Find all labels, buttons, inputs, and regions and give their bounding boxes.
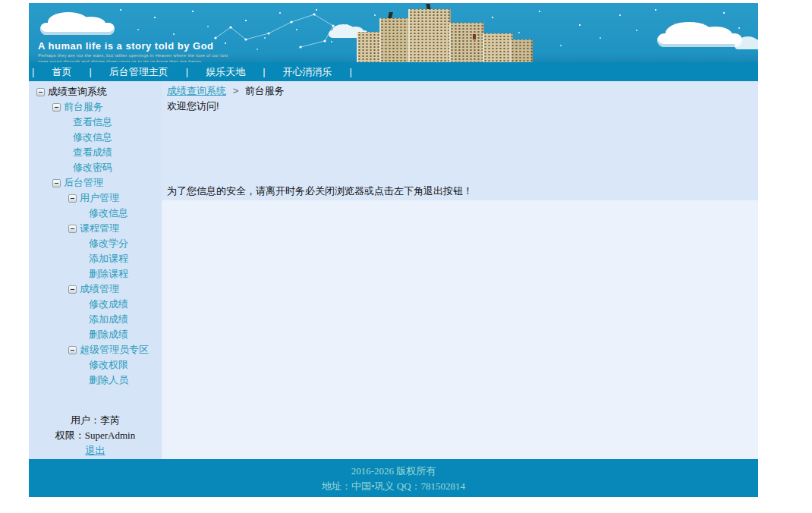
tree-item-label[interactable]: 修改信息 xyxy=(73,130,112,145)
building xyxy=(483,33,513,62)
tree-collapse-icon[interactable] xyxy=(68,285,77,294)
tree-collapse-icon[interactable] xyxy=(68,225,77,233)
breadcrumb-link-home[interactable]: 成绩查询系统 xyxy=(167,85,226,96)
tree-collapse-icon[interactable] xyxy=(36,88,45,96)
nav-separator: | xyxy=(350,66,352,77)
figure-silhouette xyxy=(388,12,393,18)
banner-slogan: A human life is a story told by God Perh… xyxy=(38,41,228,62)
main-content-top: 成绩查询系统 > 前台服务 欢迎您访问! 为了您信息的安全，请离开时务必关闭浏览… xyxy=(162,81,758,200)
welcome-message: 欢迎您访问! xyxy=(167,99,219,113)
tree-item-4[interactable]: 查看成绩 xyxy=(29,145,162,160)
copyright-line: 2016-2026 版权所有 xyxy=(29,464,758,479)
tree-item-13[interactable]: 成绩管理 xyxy=(29,282,162,297)
nav-item-2[interactable]: 娱乐天地 xyxy=(206,65,245,79)
tree-item-9[interactable]: 课程管理 xyxy=(29,221,162,236)
slogan-subtitle-line2: ones pours through and shines down upon … xyxy=(38,59,228,62)
main-content: 成绩查询系统 > 前台服务 欢迎您访问! 为了您信息的安全，请离开时务必关闭浏览… xyxy=(162,81,758,459)
tree-collapse-icon[interactable] xyxy=(68,194,77,203)
slogan-subtitle-line1: Perhaps they are not the stars, but rath… xyxy=(38,53,228,58)
tree-item-16[interactable]: 删除成绩 xyxy=(29,327,162,342)
sidebar: 成绩查询系统前台服务查看信息修改信息查看成绩修改密码后台管理用户管理修改信息课程… xyxy=(29,81,162,459)
tree-item-5[interactable]: 修改密码 xyxy=(29,160,162,175)
tree-item-label[interactable]: 修改学分 xyxy=(89,236,128,251)
tree-item-label[interactable]: 添加课程 xyxy=(89,251,128,266)
tree-item-1[interactable]: 前台服务 xyxy=(29,99,162,115)
permission-label: 权限：SuperAdmin xyxy=(29,428,162,443)
tree-item-label[interactable]: 修改权限 xyxy=(89,357,128,373)
breadcrumb-current: 前台服务 xyxy=(245,85,285,96)
nav-item-3[interactable]: 开心消消乐 xyxy=(283,65,332,79)
tree-item-3[interactable]: 修改信息 xyxy=(29,130,162,145)
tree-item-19[interactable]: 删除人员 xyxy=(29,373,162,388)
security-notice: 为了您信息的安全，请离开时务必关闭浏览器或点击左下角退出按钮！ xyxy=(167,184,473,198)
tree-item-label[interactable]: 删除课程 xyxy=(89,266,128,282)
nav-separator: | xyxy=(89,66,91,77)
page-body: 成绩查询系统前台服务查看信息修改信息查看成绩修改密码后台管理用户管理修改信息课程… xyxy=(29,81,758,459)
tree-item-15[interactable]: 添加成绩 xyxy=(29,312,162,327)
tree-item-label[interactable]: 修改密码 xyxy=(73,160,112,175)
top-nav-bar: |首页|后台管理主页|娱乐天地|开心消消乐| xyxy=(29,62,758,81)
figure-silhouette xyxy=(426,4,430,9)
tree-item-label[interactable]: 后台管理 xyxy=(64,175,103,190)
nav-separator: | xyxy=(186,66,188,77)
tree-collapse-icon[interactable] xyxy=(68,346,77,354)
tree-item-label[interactable]: 删除成绩 xyxy=(89,327,128,342)
tree-collapse-icon[interactable] xyxy=(52,103,61,112)
tree-item-8[interactable]: 修改信息 xyxy=(29,206,162,221)
building xyxy=(510,39,533,62)
nav-separator: | xyxy=(32,66,34,77)
tree-item-0[interactable]: 成绩查询系统 xyxy=(29,84,162,99)
tree-item-label[interactable]: 成绩查询系统 xyxy=(48,84,107,99)
tree-item-label[interactable]: 用户管理 xyxy=(80,190,119,206)
tree-item-10[interactable]: 修改学分 xyxy=(29,236,162,251)
nav-separator: | xyxy=(263,66,265,77)
sidebar-tree: 成绩查询系统前台服务查看信息修改信息查看成绩修改密码后台管理用户管理修改信息课程… xyxy=(29,84,162,388)
breadcrumb: 成绩查询系统 > 前台服务 xyxy=(167,84,285,98)
tree-item-label[interactable]: 添加成绩 xyxy=(89,312,128,327)
tree-item-label[interactable]: 课程管理 xyxy=(80,221,119,236)
tree-item-label[interactable]: 前台服务 xyxy=(64,99,103,115)
address-line: 地址：中国•巩义 QQ：781502814 xyxy=(29,479,758,494)
page: A human life is a story told by God Perh… xyxy=(29,3,758,497)
tree-item-label[interactable]: 超级管理员专区 xyxy=(80,342,149,357)
slogan-title: A human life is a story told by God xyxy=(38,41,228,52)
logout-link[interactable]: 退出 xyxy=(86,445,105,456)
building xyxy=(379,18,410,62)
tree-item-11[interactable]: 添加课程 xyxy=(29,251,162,266)
nav-item-1[interactable]: 后台管理主页 xyxy=(109,65,168,79)
tree-item-label[interactable]: 修改信息 xyxy=(89,206,128,221)
building xyxy=(449,23,484,62)
tree-item-14[interactable]: 修改成绩 xyxy=(29,297,162,312)
main-content-bottom xyxy=(162,200,758,459)
tree-item-2[interactable]: 查看信息 xyxy=(29,115,162,130)
tree-item-label[interactable]: 查看信息 xyxy=(73,115,112,130)
footer: 2016-2026 版权所有 地址：中国•巩义 QQ：781502814 xyxy=(29,459,758,497)
tree-item-label[interactable]: 查看成绩 xyxy=(73,145,112,160)
tree-item-17[interactable]: 超级管理员专区 xyxy=(29,342,162,357)
tree-item-label[interactable]: 成绩管理 xyxy=(80,282,119,297)
user-info-block: 用户：李芮 权限：SuperAdmin 退出 xyxy=(29,413,162,458)
tree-item-6[interactable]: 后台管理 xyxy=(29,175,162,190)
tree-item-7[interactable]: 用户管理 xyxy=(29,190,162,206)
figure-silhouette xyxy=(473,34,476,39)
breadcrumb-separator: > xyxy=(233,85,239,96)
tree-item-12[interactable]: 删除课程 xyxy=(29,266,162,282)
tree-collapse-icon[interactable] xyxy=(52,179,61,187)
banner: A human life is a story told by God Perh… xyxy=(29,3,758,62)
building xyxy=(408,9,451,62)
tree-item-label[interactable]: 删除人员 xyxy=(89,373,128,388)
nav-item-0[interactable]: 首页 xyxy=(52,65,71,79)
tree-item-label[interactable]: 修改成绩 xyxy=(89,297,128,312)
user-label: 用户：李芮 xyxy=(29,413,162,428)
tree-item-18[interactable]: 修改权限 xyxy=(29,357,162,373)
